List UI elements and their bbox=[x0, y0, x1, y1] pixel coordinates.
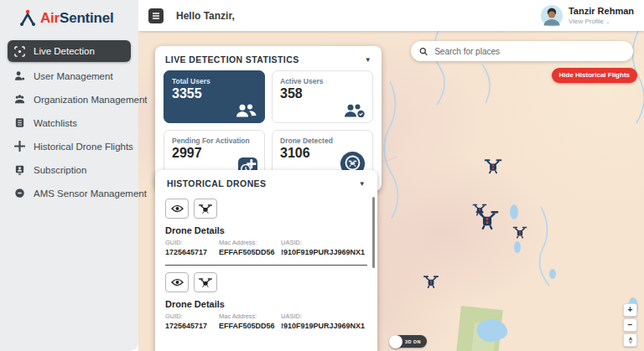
sidebar-item-live-detection[interactable]: Live Detection bbox=[8, 40, 131, 62]
stats-panel-header[interactable]: LIVE DETECTION STATISTICS ▼ bbox=[164, 54, 373, 70]
sidebar-item-label: Subscription bbox=[34, 165, 86, 175]
drone-button[interactable] bbox=[194, 272, 217, 292]
drone-icon bbox=[199, 277, 212, 287]
map-search-bar bbox=[411, 41, 633, 61]
historical-drones-panel: HISTORICAL DRONES ▼ Drone Details G bbox=[155, 170, 377, 351]
drone-details-title: Drone Details bbox=[165, 225, 367, 235]
guid-field: GUID: 1725645717 bbox=[165, 312, 219, 330]
map-drone-marker[interactable] bbox=[423, 275, 439, 289]
search-input[interactable] bbox=[434, 47, 625, 56]
subscription-icon bbox=[14, 164, 25, 175]
view-profile-link[interactable]: View Profile ⌄ bbox=[569, 18, 634, 25]
sidebar-item-label: Watchlists bbox=[34, 118, 77, 128]
sidebar-item-organization-management[interactable]: Organization Management bbox=[8, 90, 131, 109]
stat-card-active-users[interactable]: Active Users 358 bbox=[272, 70, 373, 123]
sidebar-item-label: Historical Drone Flights bbox=[34, 142, 133, 152]
map-controls: + − bbox=[623, 303, 637, 347]
sidebar-item-label: Live Detection bbox=[34, 46, 95, 56]
eye-icon bbox=[171, 278, 184, 286]
sidebar-item-historical-drone-flights[interactable]: Historical Drone Flights bbox=[8, 137, 131, 156]
sidebar-item-label: Organization Management bbox=[34, 95, 148, 105]
map-drone-marker[interactable] bbox=[476, 209, 499, 230]
map-drone-marker[interactable] bbox=[513, 225, 527, 239]
search-icon bbox=[419, 47, 428, 56]
uasid-field: UASID: !910F919PURJJ969NX1 bbox=[281, 312, 365, 330]
drone-button[interactable] bbox=[194, 199, 217, 219]
guid-field: GUID: 1725645717 bbox=[165, 239, 219, 256]
main-area: Hello Tanzir, Tanzir Rehman View Profile… bbox=[138, 0, 644, 351]
sidebar-item-subscription[interactable]: Subscription bbox=[8, 160, 131, 179]
drone-details-title: Drone Details bbox=[165, 299, 367, 309]
stat-cards: Total Users 3355 Active Users 358 Pendin… bbox=[164, 70, 373, 183]
organization-icon bbox=[14, 94, 25, 105]
historical-panel-title: HISTORICAL DRONES bbox=[167, 178, 266, 188]
plus-icon bbox=[14, 141, 25, 152]
sidebar-item-watchlists[interactable]: Watchlists bbox=[8, 113, 131, 132]
scan-icon bbox=[14, 46, 25, 57]
entry-divider bbox=[165, 265, 367, 266]
profile-menu[interactable]: Tanzir Rehman View Profile ⌄ bbox=[541, 5, 634, 27]
caret-down-icon: ⌄ bbox=[605, 19, 610, 24]
mac-address-field: Mac Address: EFFAF505DD56 bbox=[219, 312, 281, 330]
compass-icon bbox=[627, 337, 634, 344]
sidebar-item-label: AMS Sensor Management bbox=[34, 188, 147, 199]
users-icon bbox=[235, 104, 257, 117]
brand-logo[interactable]: AirSentinel bbox=[0, 0, 138, 37]
compass-button[interactable] bbox=[623, 333, 637, 347]
drone-logo-icon bbox=[18, 9, 37, 27]
map-3d-toggle[interactable]: 3D ON bbox=[390, 335, 427, 348]
sidebar-nav: Live Detection User Management Organizat… bbox=[0, 37, 138, 210]
hamburger-icon bbox=[152, 13, 160, 19]
map-drone-marker[interactable] bbox=[485, 157, 502, 173]
view-drone-button[interactable] bbox=[165, 272, 189, 292]
active-users-icon bbox=[343, 104, 366, 117]
toggle-knob bbox=[389, 335, 402, 348]
scrollbar-thumb[interactable] bbox=[372, 197, 375, 268]
avatar bbox=[541, 5, 563, 27]
sidebar-item-label: User Management bbox=[34, 71, 113, 81]
sidebar-item-user-management[interactable]: User Management bbox=[8, 66, 131, 85]
greeting-text: Hello Tanzir, bbox=[176, 10, 235, 22]
user-name: Tanzir Rehman bbox=[569, 6, 634, 17]
drone-entry: Drone Details GUID: 1725645717 Mac Addre… bbox=[165, 199, 367, 256]
top-header: Hello Tanzir, Tanzir Rehman View Profile… bbox=[138, 0, 644, 31]
drone-entry: Drone Details GUID: 1725645717 Mac Addre… bbox=[165, 272, 367, 330]
stat-card-total-users[interactable]: Total Users 3355 bbox=[164, 70, 265, 123]
brand-name: AirSentinel bbox=[40, 10, 114, 27]
stats-panel-title: LIVE DETECTION STATISTICS bbox=[165, 54, 299, 65]
uasid-field: UASID: !910F919PURJJ969NX1 bbox=[281, 239, 365, 256]
mac-address-field: Mac Address: EFFAF505DD56 bbox=[219, 239, 281, 256]
drone-icon bbox=[199, 204, 212, 214]
watchlist-icon bbox=[14, 117, 25, 128]
zoom-out-button[interactable]: − bbox=[623, 318, 637, 332]
sidebar-item-ams-sensor-management[interactable]: AMS Sensor Management bbox=[8, 183, 131, 203]
profile-text: Tanzir Rehman View Profile ⌄ bbox=[569, 6, 634, 24]
historical-panel-header[interactable]: HISTORICAL DRONES ▼ bbox=[165, 178, 367, 194]
sensor-icon bbox=[14, 188, 25, 199]
eye-icon bbox=[171, 204, 184, 213]
toggle-label: 3D ON bbox=[405, 339, 421, 344]
hide-historical-flights-button[interactable]: Hide Historical Flights bbox=[552, 68, 637, 83]
chevron-down-icon[interactable]: ▼ bbox=[365, 56, 371, 64]
zoom-in-button[interactable]: + bbox=[623, 303, 637, 317]
chevron-down-icon[interactable]: ▼ bbox=[359, 180, 366, 188]
app-root: AirSentinel Live Detection User Manageme… bbox=[0, 0, 644, 351]
menu-button[interactable] bbox=[148, 8, 164, 23]
view-drone-button[interactable] bbox=[165, 199, 189, 219]
user-icon bbox=[14, 70, 25, 81]
sidebar: AirSentinel Live Detection User Manageme… bbox=[0, 0, 138, 351]
